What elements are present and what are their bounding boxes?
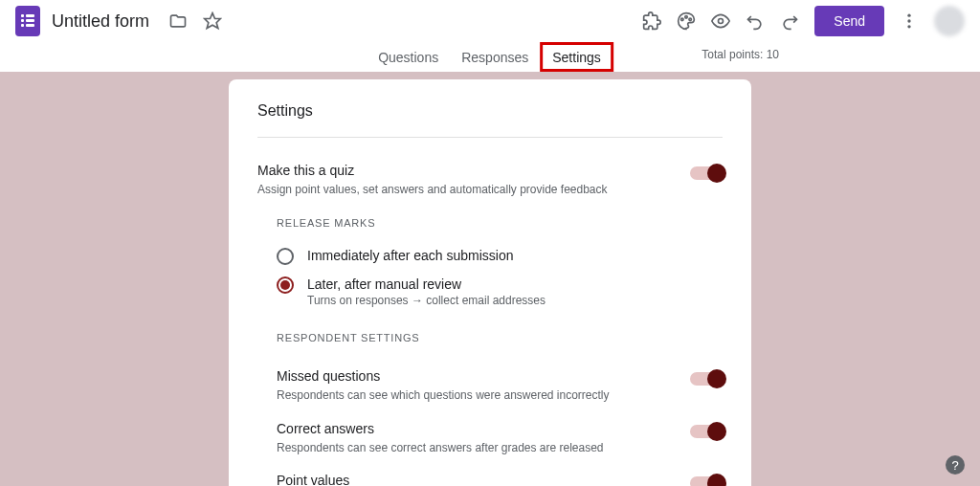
- missed-questions-row: Missed questions Respondents can see whi…: [257, 357, 723, 409]
- radio-checked-icon: [277, 276, 294, 294]
- total-points-label: Total points: 10: [702, 48, 779, 61]
- svg-point-6: [907, 19, 910, 22]
- svg-point-1: [681, 18, 684, 20]
- preview-icon[interactable]: [711, 11, 730, 31]
- release-later-label: Later, after manual review: [307, 276, 546, 292]
- tab-settings[interactable]: Settings: [540, 42, 613, 72]
- tabs-bar: Questions Responses Settings Total point…: [0, 42, 980, 72]
- release-immediate-option[interactable]: Immediately after each submission: [257, 242, 723, 271]
- addons-icon[interactable]: [642, 11, 661, 31]
- more-icon[interactable]: [900, 11, 919, 31]
- app-header: Untitled form Send: [0, 0, 980, 42]
- correct-title: Correct answers: [277, 421, 690, 436]
- release-immediate-label: Immediately after each submission: [307, 248, 514, 263]
- account-avatar[interactable]: [934, 6, 965, 36]
- undo-icon[interactable]: [746, 11, 765, 31]
- svg-point-4: [719, 19, 724, 24]
- svg-marker-0: [205, 13, 221, 29]
- quiz-desc: Assign point values, set answers and aut…: [257, 182, 690, 198]
- point-values-title: Point values: [277, 473, 690, 486]
- move-to-folder-icon[interactable]: [168, 11, 188, 31]
- quiz-section: Make this a quiz Assign point values, se…: [257, 138, 723, 198]
- forms-logo-icon[interactable]: [15, 6, 40, 36]
- settings-card: Settings Make this a quiz Assign point v…: [229, 79, 751, 486]
- quiz-title: Make this a quiz: [257, 163, 690, 178]
- release-later-desc: Turns on responses → collect email addre…: [307, 294, 546, 307]
- tab-questions[interactable]: Questions: [367, 42, 450, 72]
- point-values-row: Point values Respondents can see total p…: [257, 461, 723, 486]
- form-title[interactable]: Untitled form: [52, 11, 149, 32]
- missed-desc: Respondents can see which questions were…: [277, 387, 690, 404]
- correct-toggle[interactable]: [690, 425, 723, 438]
- svg-point-2: [685, 16, 688, 19]
- point-values-toggle[interactable]: [690, 476, 723, 486]
- customize-theme-icon[interactable]: [677, 11, 696, 31]
- svg-point-7: [907, 25, 910, 28]
- radio-unchecked-icon: [277, 248, 294, 265]
- respondent-settings-label: RESPONDENT SETTINGS: [277, 332, 723, 343]
- help-icon[interactable]: ?: [946, 455, 965, 475]
- star-icon[interactable]: [203, 11, 222, 31]
- missed-title: Missed questions: [277, 368, 690, 384]
- svg-point-5: [907, 14, 910, 17]
- quiz-toggle[interactable]: [690, 166, 723, 180]
- release-marks-label: RELEASE MARKS: [277, 217, 723, 229]
- correct-answers-row: Correct answers Respondents can see corr…: [257, 409, 723, 462]
- correct-desc: Respondents can see correct answers afte…: [277, 440, 690, 456]
- release-later-option[interactable]: Later, after manual review Turns on resp…: [257, 271, 723, 313]
- svg-point-3: [689, 18, 692, 20]
- missed-toggle[interactable]: [690, 372, 723, 386]
- redo-icon[interactable]: [780, 11, 799, 31]
- send-button[interactable]: Send: [814, 6, 884, 36]
- tab-responses[interactable]: Responses: [450, 42, 540, 72]
- settings-title: Settings: [257, 102, 723, 138]
